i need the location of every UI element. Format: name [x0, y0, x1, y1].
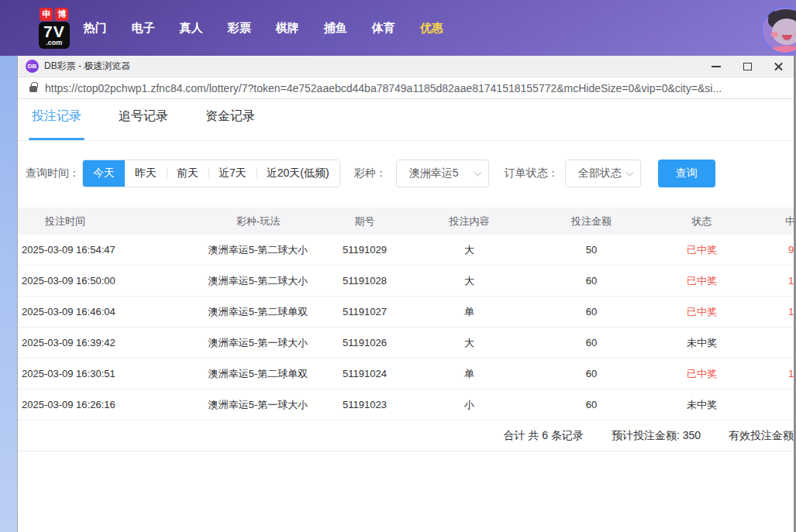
cell-play: 澳洲幸运5-第一球大小: [192, 336, 324, 350]
header-bet-amount: 投注金额: [533, 215, 650, 228]
cell-issue: 51191024: [324, 368, 405, 379]
screen: 申 博 7V .com 热门 电子 真人 彩票 棋牌 捕鱼 体育 优惠: [0, 0, 796, 532]
table-row: 2025-03-09 16:39:42澳洲幸运5-第一球大小51191026大6…: [18, 328, 794, 359]
cell-prize: 9: [754, 244, 794, 256]
time-option-today[interactable]: 今天: [83, 160, 125, 187]
browser-window: DB DB彩票 - 极速浏览器 https://ctop02pchwp1.zfn…: [17, 56, 796, 532]
order-status-select[interactable]: 全部状态: [565, 160, 641, 187]
cell-content: 大: [405, 243, 533, 257]
logo-badge-shen: 申: [40, 8, 53, 21]
bet-records-table: 投注时间 彩种-玩法 期号 投注内容 投注金额 状态 中奖金额 2025-03-…: [18, 208, 794, 451]
lottery-select-value: 澳洲幸运5: [409, 166, 475, 180]
cell-amount: 60: [533, 275, 650, 287]
cell-time: 2025-03-09 16:46:04: [18, 306, 192, 317]
time-option-7days[interactable]: 近7天: [208, 160, 257, 187]
cell-status: 已中奖: [650, 243, 754, 257]
avatar-art: [769, 46, 796, 54]
cell-amount: 60: [533, 337, 650, 348]
cell-status: 已中奖: [650, 367, 754, 381]
cell-play: 澳洲幸运5-第二球单双: [192, 367, 324, 381]
cell-time: 2025-03-09 16:54:47: [18, 244, 192, 256]
header-lottery-play: 彩种-玩法: [192, 215, 324, 228]
logo-box: 7V .com: [39, 22, 70, 49]
cell-content: 大: [405, 336, 533, 350]
nav-item-chess[interactable]: 棋牌: [276, 21, 299, 36]
page-content: 投注记录 追号记录 资金记录 查询时间： 今天 昨天 前天 近7天 近20天(低…: [18, 99, 794, 531]
lottery-filter-label: 彩种：: [354, 166, 387, 180]
maximize-icon: [743, 63, 752, 70]
avatar[interactable]: [761, 6, 796, 54]
tab-fund-records[interactable]: 资金记录: [204, 108, 257, 140]
query-button[interactable]: 查询: [658, 160, 715, 187]
cell-time: 2025-03-09 16:30:51: [18, 368, 192, 379]
cell-issue: 51191023: [324, 399, 405, 410]
table-row: 2025-03-09 16:46:04澳洲幸运5-第二球单双51191027单6…: [18, 297, 794, 328]
logo-sub-text: .com: [46, 39, 62, 46]
window-controls: [701, 56, 794, 77]
cell-content: 小: [405, 398, 533, 412]
table-footer: 合计 共 6 条记录 预计投注金额: 350 有效投注金额:: [18, 420, 794, 451]
cell-play: 澳洲幸运5-第二球单双: [192, 305, 324, 319]
nav-item-slots[interactable]: 电子: [132, 21, 155, 36]
header-bet-time: 投注时间: [18, 215, 192, 228]
nav-item-fishing[interactable]: 捕鱼: [324, 21, 347, 36]
filter-bar: 查询时间： 今天 昨天 前天 近7天 近20天(低频) 彩种： 澳洲幸运5 订单…: [26, 160, 794, 187]
site-logo[interactable]: 申 博 7V .com: [39, 8, 70, 49]
cell-status: 已中奖: [650, 274, 754, 288]
header-prize: 中奖金额: [754, 215, 794, 228]
table-body: 2025-03-09 16:54:47澳洲幸运5-第二球大小51191029大5…: [18, 235, 794, 420]
lock-icon: [29, 86, 37, 92]
cell-issue: 51191029: [324, 244, 405, 256]
cell-amount: 60: [533, 306, 650, 317]
record-tabs: 投注记录 追号记录 资金记录: [18, 99, 794, 141]
cell-time: 2025-03-09 16:39:42: [18, 337, 192, 348]
cell-status: 未中奖: [650, 336, 754, 350]
cell-prize: 1: [754, 306, 794, 317]
tab-bet-records[interactable]: 投注记录: [30, 108, 83, 140]
close-icon: [774, 61, 784, 71]
cell-issue: 51191028: [324, 275, 405, 287]
time-range-group: 今天 昨天 前天 近7天 近20天(低频): [82, 160, 340, 187]
header-status: 状态: [650, 215, 754, 228]
logo-badges: 申 博: [39, 8, 70, 21]
time-filter-label: 查询时间：: [26, 166, 80, 180]
avatar-art: [771, 32, 778, 37]
footer-expected-amount: 预计投注金额: 350: [612, 429, 701, 443]
time-option-daybefore[interactable]: 前天: [167, 160, 208, 187]
url-text[interactable]: https://ctop02pchwp1.zfnc84.com/lottery/…: [45, 82, 722, 94]
cell-play: 澳洲幸运5-第一球大小: [192, 398, 324, 412]
cell-prize: 1: [754, 368, 794, 379]
maximize-button[interactable]: [732, 56, 763, 77]
cell-play: 澳洲幸运5-第二球大小: [192, 274, 324, 288]
cell-content: 大: [405, 274, 533, 288]
nav-item-lottery[interactable]: 彩票: [228, 21, 251, 36]
lottery-select[interactable]: 澳洲幸运5: [396, 160, 489, 187]
cell-content: 单: [405, 305, 533, 319]
time-option-20days[interactable]: 近20天(低频): [257, 160, 339, 187]
minimize-button[interactable]: [701, 56, 732, 77]
tab-chase-records[interactable]: 追号记录: [117, 108, 170, 140]
footer-total-records: 合计 共 6 条记录: [504, 429, 584, 443]
cell-status: 已中奖: [650, 305, 754, 319]
minimize-icon: [712, 66, 721, 67]
cell-time: 2025-03-09 16:50:00: [18, 275, 192, 287]
address-bar[interactable]: https://ctop02pchwp1.zfnc84.com/lottery/…: [18, 77, 794, 99]
nav-item-sports[interactable]: 体育: [372, 21, 395, 36]
header-bet-content: 投注内容: [405, 215, 533, 228]
cell-amount: 60: [533, 368, 650, 379]
logo-badge-bo: 博: [55, 8, 68, 21]
logo-main-text: 7V: [43, 23, 65, 39]
close-button[interactable]: [763, 56, 794, 77]
time-option-yesterday[interactable]: 昨天: [125, 160, 167, 187]
cell-play: 澳洲幸运5-第二球大小: [192, 243, 324, 257]
cell-amount: 60: [533, 399, 650, 410]
header-issue: 期号: [324, 215, 405, 228]
footer-valid-amount: 有效投注金额:: [729, 429, 794, 443]
nav-item-live[interactable]: 真人: [180, 21, 203, 36]
site-header: 申 博 7V .com 热门 电子 真人 彩票 棋牌 捕鱼 体育 优惠: [0, 0, 796, 56]
table-row: 2025-03-09 16:26:16澳洲幸运5-第一球大小51191023小6…: [18, 390, 794, 420]
nav-item-hot[interactable]: 热门: [84, 21, 107, 36]
cell-amount: 50: [533, 244, 650, 256]
nav-item-promo[interactable]: 优惠: [420, 21, 443, 36]
site-nav: 热门 电子 真人 彩票 棋牌 捕鱼 体育 优惠: [84, 21, 443, 36]
